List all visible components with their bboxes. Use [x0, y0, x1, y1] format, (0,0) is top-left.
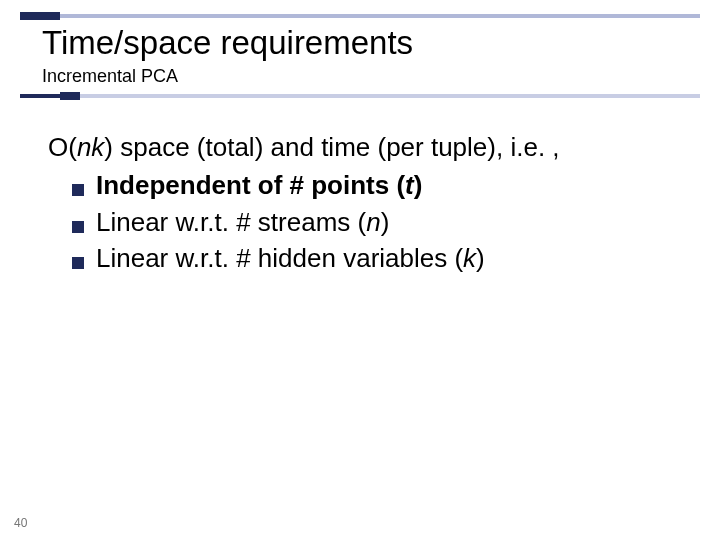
divider-dark-block	[60, 92, 80, 100]
lead-prefix: O(	[48, 132, 77, 162]
bullet-2-suffix: )	[381, 207, 390, 237]
divider-light	[80, 94, 700, 98]
square-bullet-icon	[72, 257, 84, 269]
bullet-1-bold-suffix: )	[414, 170, 423, 200]
bullet-3-suffix: )	[476, 243, 485, 273]
title-divider	[20, 92, 700, 100]
bullet-2: Linear w.r.t. # streams (n)	[72, 205, 680, 239]
bullet-2-text: Linear w.r.t. # streams (n)	[96, 205, 389, 239]
divider-dark-left	[20, 94, 60, 98]
top-accent-dark	[20, 12, 60, 20]
lead-line: O(nk) space (total) and time (per tuple)…	[48, 130, 680, 164]
slide-body: O(nk) space (total) and time (per tuple)…	[48, 130, 680, 275]
lead-var: nk	[77, 132, 104, 162]
bullet-1-text: Independent of # points (t)	[96, 168, 422, 202]
bullet-1: Independent of # points (t)	[72, 168, 680, 202]
slide-subtitle: Incremental PCA	[42, 66, 178, 87]
bullet-2-var: n	[366, 207, 380, 237]
top-accent-bar	[20, 12, 700, 20]
bullet-2-prefix: Linear w.r.t. # streams (	[96, 207, 366, 237]
lead-suffix: ) space (total) and time (per tuple), i.…	[104, 132, 559, 162]
bullet-3-text: Linear w.r.t. # hidden variables (k)	[96, 241, 485, 275]
top-accent-light	[60, 14, 700, 18]
square-bullet-icon	[72, 184, 84, 196]
page-number: 40	[14, 516, 27, 530]
bullet-3-var: k	[463, 243, 476, 273]
bullet-1-bold-prefix: Independent of # points (	[96, 170, 405, 200]
bullet-3: Linear w.r.t. # hidden variables (k)	[72, 241, 680, 275]
bullet-3-prefix: Linear w.r.t. # hidden variables (	[96, 243, 463, 273]
slide: Time/space requirements Incremental PCA …	[0, 0, 720, 540]
square-bullet-icon	[72, 221, 84, 233]
slide-title: Time/space requirements	[42, 24, 413, 62]
bullet-1-bold-var: t	[405, 170, 414, 200]
